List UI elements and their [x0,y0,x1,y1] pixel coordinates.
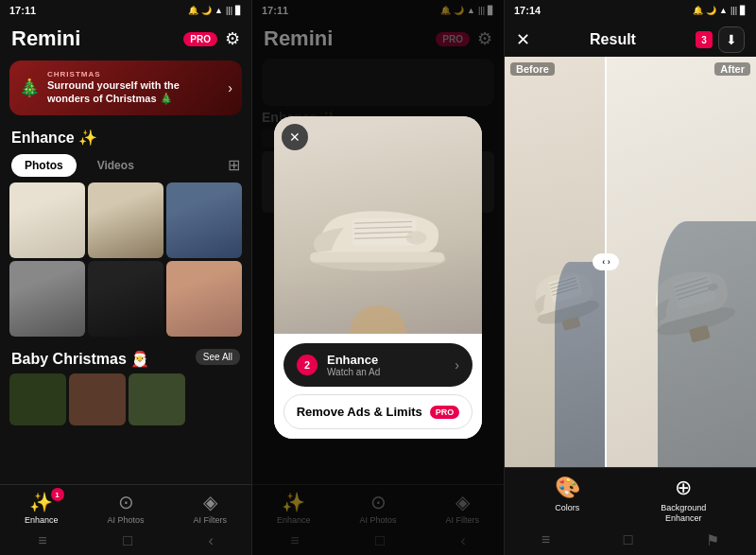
comparison-divider[interactable]: ‹ › [605,57,607,467]
before-side: Before [505,57,605,467]
bg-people-after [658,221,756,468]
banner-tag: CHRISTMAS [47,70,220,78]
result-close-button[interactable]: ✕ [516,29,530,50]
panel-3: 17:14 🔔 🌙 ▲ ||| ▊ ✕ Result 3 ⬇ Before [505,0,756,555]
remove-ads-text: Remove Ads & Limits [297,405,422,419]
photo-thumb-fashion[interactable] [166,182,242,258]
baby-grid [0,373,251,425]
nav-enhance-label: Enhance [25,515,59,525]
grid-icon[interactable]: ⊞ [228,156,240,174]
hand-element [350,305,406,334]
app-header-1: Remini PRO ⚙ [0,21,251,55]
app-title-1: Remini [11,26,80,51]
sys-menu-3[interactable]: ≡ [541,531,550,549]
enhance-nav-icon: ✨ [29,491,53,513]
see-all-button[interactable]: See All [196,349,240,365]
modal-card: ✕ [274,116,482,439]
panel-2: 17:11 🔔 🌙 ▲ ||| ▊ Remini PRO ⚙ Enhance ✨ [252,0,505,555]
download-button[interactable]: ⬇ [718,26,745,53]
photo-grid [0,182,251,337]
after-label: After [714,62,750,76]
result-header: ✕ Result 3 ⬇ [505,21,756,57]
action-badge: 2 [297,355,318,375]
colors-tool[interactable]: 🎨 Colors [555,476,580,524]
notification-icon: 🔔 [188,6,198,15]
bg-people-before [555,262,605,467]
divider-pill[interactable]: ‹ › [593,253,619,270]
enhance-action-button[interactable]: 2 Enhance Watch an Ad › [284,343,472,387]
banner-text: Surround yourself with the wonders of Ch… [47,78,220,106]
remove-ads-pro-badge: PRO [430,406,460,419]
action-arrow: › [455,357,459,373]
nav-ai-filters[interactable]: ◈ AI Filters [193,491,227,525]
sys-home-3[interactable]: □ [624,531,633,549]
photo-thumb-room[interactable] [9,261,85,337]
modal-close-button[interactable]: ✕ [282,124,308,150]
nav-enhance[interactable]: ✨ Enhance 1 [25,491,59,525]
baby-thumb-2[interactable] [69,373,126,425]
photo-thumb-kitchen[interactable] [88,182,163,258]
action-label: Enhance Watch an Ad [327,353,445,377]
wifi-icon-3: ▲ [719,6,728,15]
ai-photos-nav-icon: ⊙ [118,491,134,513]
sys-bar-3: ≡ □ ⚑ [505,528,756,555]
result-badge: 3 [696,31,713,48]
sys-bar-1: ≡ □ ‹ [0,529,251,555]
banner-arrow: › [228,80,232,95]
videos-tab[interactable]: Videos [84,154,147,177]
colors-icon: 🎨 [555,476,580,500]
baby-section-title: Baby Christmas 🎅 [11,344,149,370]
moon-icon-3: 🌙 [706,6,716,15]
banner-text-block: CHRISTMAS Surround yourself with the won… [47,70,220,106]
gear-icon-1[interactable]: ⚙ [225,28,240,49]
toggle-row: Photos Videos ⊞ [0,150,251,182]
photo-thumb-jar[interactable] [88,261,163,337]
baby-thumb-3[interactable] [129,373,185,425]
status-time-1: 17:11 [9,5,36,16]
bottom-nav-1: ✨ Enhance 1 ⊙ AI Photos ◈ AI Filters [0,484,251,529]
moon-icon: 🌙 [201,6,212,15]
nav-ai-photos[interactable]: ⊙ AI Photos [107,491,144,525]
status-time-3: 17:14 [514,5,541,16]
sys-person-3[interactable]: ⚑ [706,531,719,549]
action-sub: Watch an Ad [327,367,445,377]
photos-tab[interactable]: Photos [11,154,77,177]
baby-section-row: Baby Christmas 🎅 See All [0,337,251,373]
result-title: Result [590,31,636,48]
sys-back[interactable]: ‹ [208,532,213,549]
signal-icon: ||| [226,6,232,15]
bg-enhancer-tool[interactable]: ⊕ BackgroundEnhancer [661,476,706,524]
notif-icon-3: 🔔 [693,6,703,15]
status-icons-3: 🔔 🌙 ▲ ||| ▊ [693,6,747,15]
battery-icon: ▊ [235,6,242,15]
status-bar-3: 17:14 🔔 🌙 ▲ ||| ▊ [505,0,756,21]
nav-ai-photos-label: AI Photos [107,515,144,525]
remove-ads-button[interactable]: Remove Ads & Limits PRO [284,394,472,429]
modal-overlay: ✕ [252,0,504,555]
banner-icon-1: 🎄 [19,78,40,98]
result-actions: 3 ⬇ [696,26,745,53]
svg-point-6 [406,231,427,244]
baby-thumb-1[interactable] [9,373,66,425]
action-title: Enhance [327,353,445,367]
ai-filters-nav-icon: ◈ [203,491,217,513]
bottom-tools: 🎨 Colors ⊕ BackgroundEnhancer [505,467,756,528]
comparison-area: Before After [505,57,756,467]
banner-card-1[interactable]: 🎄 CHRISTMAS Surround yourself with the w… [9,61,242,115]
battery-icon-3: ▊ [740,6,747,15]
bg-enhancer-label: BackgroundEnhancer [661,503,706,524]
status-bar-1: 17:11 🔔 🌙 ▲ ||| ▊ [0,0,251,21]
nav-ai-filters-label: AI Filters [193,515,227,525]
pro-badge-1[interactable]: PRO [183,32,217,46]
modal-actions: 2 Enhance Watch an Ad › Remove Ads & Lim… [274,334,482,439]
header-right-1: PRO ⚙ [183,28,240,49]
photo-thumb-shoe[interactable] [9,182,85,258]
sys-home[interactable]: □ [123,532,132,549]
after-side: After [605,57,756,467]
colors-label: Colors [555,503,579,512]
photo-thumb-selfie[interactable] [166,261,242,337]
sys-menu[interactable]: ≡ [38,532,46,549]
status-icons-1: 🔔 🌙 ▲ ||| ▊ [188,6,242,15]
before-label: Before [510,62,555,76]
nav-badge: 1 [51,488,64,501]
